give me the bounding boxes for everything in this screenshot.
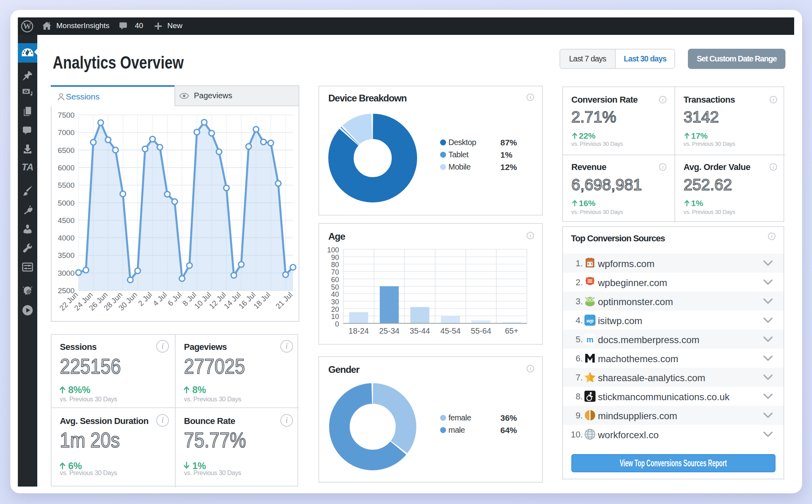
svg-text:50: 50	[331, 283, 339, 291]
svg-text:10 Jul: 10 Jul	[193, 290, 213, 311]
svg-text:21 Jul: 21 Jul	[274, 290, 294, 311]
svg-text:18 Jul: 18 Jul	[252, 290, 272, 311]
svg-text:7000: 7000	[58, 128, 75, 137]
svg-text:14 Jul: 14 Jul	[222, 290, 243, 311]
svg-text:60: 60	[331, 276, 339, 284]
svg-text:55-64: 55-64	[471, 326, 491, 335]
svg-text:35-44: 35-44	[410, 326, 430, 335]
svg-text:20: 20	[331, 305, 339, 313]
svg-text:5500: 5500	[58, 181, 75, 189]
svg-text:25-34: 25-34	[379, 326, 399, 335]
svg-text:16 Jul: 16 Jul	[237, 290, 257, 311]
svg-text:4 Jul: 4 Jul	[151, 290, 168, 307]
svg-text:7500: 7500	[58, 111, 75, 119]
svg-text:10: 10	[331, 313, 339, 321]
svg-text:6500: 6500	[58, 146, 75, 155]
svg-text:6 Jul: 6 Jul	[166, 290, 183, 307]
svg-text:4000: 4000	[58, 234, 75, 242]
svg-text:5000: 5000	[58, 199, 75, 207]
svg-text:m: m	[586, 335, 594, 344]
svg-text:6000: 6000	[58, 164, 75, 172]
svg-text:80: 80	[331, 261, 339, 269]
svg-text:4500: 4500	[58, 216, 75, 225]
svg-text:12 Jul: 12 Jul	[207, 290, 228, 311]
svg-text:18-24: 18-24	[349, 326, 369, 335]
svg-text:70: 70	[331, 268, 339, 276]
svg-text:3000: 3000	[58, 269, 75, 277]
svg-text:40: 40	[331, 290, 339, 298]
svg-text:90: 90	[331, 254, 339, 262]
svg-text:65+: 65+	[505, 326, 518, 335]
svg-text:wp: wp	[586, 318, 594, 324]
svg-text:2 Jul: 2 Jul	[136, 290, 153, 307]
svg-text:0: 0	[335, 320, 339, 328]
svg-text:100: 100	[327, 246, 339, 254]
svg-text:30: 30	[331, 298, 339, 306]
svg-text:45-54: 45-54	[440, 326, 461, 335]
svg-text:W: W	[23, 22, 31, 31]
svg-text:3500: 3500	[58, 251, 75, 260]
